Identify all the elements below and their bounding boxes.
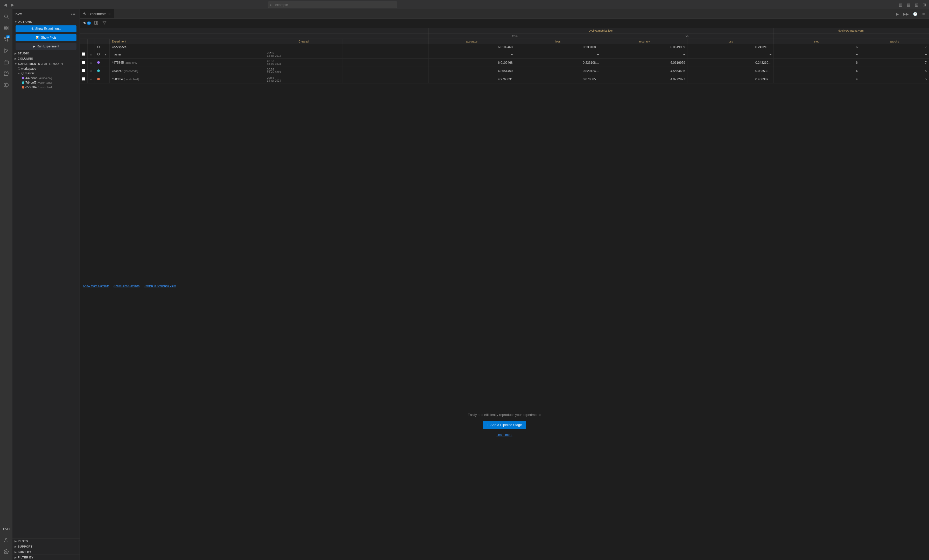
master-checkbox-cell[interactable] xyxy=(80,50,87,58)
exp2-dot-icon xyxy=(22,81,25,84)
table-toolbar: ⚗ 3 xyxy=(80,19,929,28)
sidebar-filterby-header[interactable]: ▶ FILTER BY xyxy=(12,555,80,560)
exp2-step: 4 xyxy=(774,67,860,75)
th-train-accuracy[interactable]: accuracy xyxy=(429,39,515,44)
studio-chevron-icon: ▶ xyxy=(14,52,17,55)
exp1-checkbox[interactable] xyxy=(82,61,85,64)
show-less-commits-link[interactable]: Show Less Commits xyxy=(113,284,140,288)
master-sep-cell xyxy=(342,50,429,58)
sidebar-experiments-header[interactable]: ▼ EXPERIMENTS 3 of 5 (max 7) xyxy=(12,61,80,66)
tab-close-button[interactable]: × xyxy=(108,12,111,16)
exp3-id: d503f8e xyxy=(25,86,37,89)
exp1-checkbox-cell[interactable] xyxy=(80,58,87,67)
add-pipeline-button[interactable]: + Add a Pipeline Stage xyxy=(483,421,526,429)
sidebar-sortby-header[interactable]: ▶ SORT BY xyxy=(12,549,80,555)
exp1-star-cell[interactable]: ☆ xyxy=(87,58,95,67)
show-experiments-label: Show Experiments xyxy=(35,27,61,31)
th-empty-sep xyxy=(342,39,429,44)
th-exp-spacer xyxy=(80,34,265,39)
activity-icon-extensions[interactable] xyxy=(1,57,11,67)
sidebar-columns-header[interactable]: ▶ COLUMNS xyxy=(12,56,80,61)
show-more-commits-link[interactable]: Show More Commits xyxy=(83,284,109,288)
history-button[interactable]: 🕐 xyxy=(911,11,919,17)
tree-item-exp2[interactable]: 7d4cef7 [yarer-tods] xyxy=(12,80,80,85)
switch-branches-link[interactable]: Switch to Branches View xyxy=(144,284,176,288)
th-step[interactable]: step xyxy=(774,39,860,44)
bottom-links: Show More Commits Show Less Commits | Sw… xyxy=(80,282,929,289)
workspace-val-accuracy: 6.0619959 xyxy=(601,44,687,50)
exp1-indicator-cell xyxy=(95,58,102,67)
activity-icon-source-control[interactable]: 26 xyxy=(1,34,11,44)
svg-point-15 xyxy=(5,539,7,540)
svg-rect-17 xyxy=(95,21,96,24)
show-plots-button[interactable]: 📊 Show Plots xyxy=(15,34,77,41)
layout-toggle-2[interactable]: ▦ xyxy=(905,2,911,8)
dvc-logo[interactable]: DVC xyxy=(1,524,11,534)
master-checkbox[interactable] xyxy=(82,52,85,56)
master-star-cell[interactable]: ☆ xyxy=(87,50,95,58)
sidebar-studio-header[interactable]: ▶ STUDIO xyxy=(12,51,80,56)
learn-more-link[interactable]: Learn more xyxy=(497,433,512,437)
activity-icon-remote[interactable] xyxy=(1,80,11,90)
show-experiments-button[interactable]: ⚗ Show Experiments xyxy=(15,25,77,32)
exp1-val-loss: 0.243210… xyxy=(687,58,774,67)
search-input[interactable] xyxy=(268,2,397,8)
exp3-star-cell[interactable]: ☆ xyxy=(87,75,95,83)
th-created[interactable]: Created xyxy=(265,39,342,44)
sortby-chevron-icon: ▶ xyxy=(14,551,17,554)
toolbar-filter-button[interactable] xyxy=(101,20,107,26)
run-experiment-button[interactable]: ▶ Run Experiment xyxy=(15,43,77,50)
exp3-alias-label: [curst-chad] xyxy=(124,78,139,81)
activity-icon-account[interactable] xyxy=(1,535,11,545)
filterby-chevron-icon: ▶ xyxy=(14,556,17,559)
th-experiment[interactable]: Experiment xyxy=(109,39,265,44)
master-indicator-icon xyxy=(21,72,24,75)
activity-icon-explorer[interactable] xyxy=(1,23,11,33)
run-all-button[interactable]: ▶▶ xyxy=(901,11,910,17)
th-train-loss[interactable]: loss xyxy=(515,39,601,44)
exp2-checkbox-cell[interactable] xyxy=(80,67,87,75)
th-params-group: dvclive/params.yaml xyxy=(774,28,929,34)
activity-icon-search[interactable] xyxy=(1,11,11,22)
exp2-checkbox[interactable] xyxy=(82,69,85,72)
workspace-val-loss: 0.243210… xyxy=(687,44,774,50)
activity-icon-run[interactable] xyxy=(1,46,11,56)
sidebar-support-header[interactable]: ▶ SUPPORT xyxy=(12,544,80,549)
tree-item-workspace[interactable]: workspace xyxy=(12,66,80,71)
exp2-alias: [yarer-tods] xyxy=(38,81,52,84)
exp3-checkbox-cell[interactable] xyxy=(80,75,87,83)
layout-toggle-3[interactable]: ▧ xyxy=(914,2,920,8)
forward-button[interactable]: ▶ xyxy=(9,1,15,8)
run-button[interactable]: ▶ xyxy=(895,11,900,17)
back-button[interactable]: ◀ xyxy=(2,1,8,8)
activity-icon-settings[interactable] xyxy=(1,546,11,557)
tree-item-master[interactable]: ▼ master xyxy=(12,71,80,76)
svg-point-0 xyxy=(5,15,8,18)
th-val-loss[interactable]: loss xyxy=(687,39,774,44)
sidebar-more-button[interactable]: ••• xyxy=(70,11,77,17)
toolbar-columns-button[interactable] xyxy=(93,20,99,26)
link-pipe-separator: | xyxy=(141,284,142,288)
exp3-checkbox[interactable] xyxy=(82,77,85,81)
experiments-tab[interactable]: ⚗ Experiments × xyxy=(80,9,114,18)
exp2-indicator-cell xyxy=(95,67,102,75)
th-val-accuracy[interactable]: accuracy xyxy=(601,39,687,44)
activity-icon-dvc-experiments[interactable] xyxy=(1,69,11,79)
layout-toggle-1[interactable]: ▥ xyxy=(897,2,903,8)
sidebar-plots-header[interactable]: ▶ PLOTS xyxy=(12,538,80,544)
tab-more-button[interactable]: ••• xyxy=(920,11,927,17)
titlebar-right: ▥ ▦ ▧ ⊞ xyxy=(897,2,927,8)
workspace-checkbox-cell xyxy=(80,44,87,50)
exp2-epochs: 5 xyxy=(860,67,929,75)
tree-item-exp3[interactable]: d503f8e [curst-chad] xyxy=(12,85,80,90)
sidebar-actions-header[interactable]: ▼ ACTIONS xyxy=(12,19,80,24)
master-expand-cell[interactable]: ▼ xyxy=(102,50,110,58)
exp2-star-cell[interactable]: ☆ xyxy=(87,67,95,75)
experiments-table-wrap: dvclive/metrics.json dvclive/params.yaml… xyxy=(80,28,929,282)
run-experiment-label: Run Experiment xyxy=(37,44,59,48)
th-epochs[interactable]: epochs xyxy=(860,39,929,44)
tab-label: Experiments xyxy=(87,12,106,16)
layout-toggle-4[interactable]: ⊞ xyxy=(921,2,927,8)
tree-item-exp1[interactable]: 4475845 [aulic-chiv] xyxy=(12,76,80,80)
exp2-circle-icon xyxy=(97,69,100,72)
